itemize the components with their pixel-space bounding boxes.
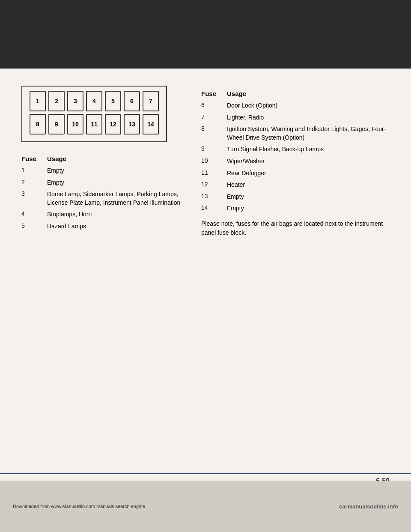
left-table-header: Fuse Usage [21, 155, 184, 162]
fuse-usage-14: Empty [227, 204, 244, 213]
left-header-fuse: Fuse [21, 155, 39, 162]
fuse-usage-5: Hazard Lamps [47, 222, 86, 231]
fuse-usage-13: Empty [227, 193, 244, 201]
right-column: Fuse Usage 6 Door Lock (Option) 7 Lighte… [201, 86, 390, 237]
note-text: Please note, fuses for the air bags are … [201, 219, 390, 237]
fuse-slot-2: 2 [48, 91, 65, 111]
page-content: 1 2 3 4 5 6 7 8 9 10 11 12 13 14 [0, 69, 411, 481]
fuse-num-6: 6 [201, 102, 218, 108]
fuse-row-2: 2 Empty [21, 179, 184, 187]
divider-line [0, 473, 411, 474]
right-fuse-table: Fuse Usage 6 Door Lock (Option) 7 Lighte… [201, 90, 390, 213]
fuse-num-10: 10 [201, 157, 218, 164]
fuse-row-5: 5 Hazard Lamps [21, 222, 184, 231]
fuse-row-7: 7 Lighter, Radio [201, 114, 390, 122]
left-header-usage: Usage [47, 155, 66, 162]
footer-bar: Downloaded from www.Manualslib.com manua… [0, 481, 411, 532]
fuse-row-8: 8 Ignition System, Warning and Indicator… [201, 125, 390, 142]
fuse-slot-14: 14 [143, 114, 159, 134]
fuse-usage-2: Empty [47, 179, 64, 187]
fuse-row-6: 6 Door Lock (Option) [201, 102, 390, 110]
fuse-usage-4: Stoplamps, Horn [47, 210, 92, 219]
fuse-slot-3: 3 [67, 91, 83, 111]
fuse-row-14: 14 Empty [201, 204, 390, 213]
fuse-num-9: 9 [201, 145, 218, 152]
fuse-row-top: 1 2 3 4 5 6 7 [27, 91, 162, 111]
fuse-num-11: 11 [201, 169, 218, 176]
fuse-slot-10: 10 [67, 114, 83, 134]
fuse-usage-7: Lighter, Radio [227, 114, 264, 122]
fuse-row-1: 1 Empty [21, 167, 184, 175]
fuse-usage-12: Heater [227, 181, 245, 189]
fuse-num-1: 1 [21, 167, 39, 173]
fuse-row-10: 10 Wiper/Washer [201, 157, 390, 166]
fuse-num-7: 7 [201, 114, 218, 120]
fuse-num-14: 14 [201, 204, 218, 211]
fuse-usage-6: Door Lock (Option) [227, 102, 277, 110]
fuse-usage-3: Dome Lamp, Sidemarker Lamps, Parking Lam… [47, 190, 184, 207]
left-fuse-table: Fuse Usage 1 Empty 2 Empty 3 Dome Lamp, … [21, 155, 184, 231]
header-band [0, 0, 411, 69]
fuse-num-5: 5 [21, 222, 39, 229]
fuse-slot-12: 12 [105, 114, 121, 134]
fuse-box-diagram: 1 2 3 4 5 6 7 8 9 10 11 12 13 14 [21, 86, 167, 142]
footer-logo: carmanualsонline.info [339, 503, 398, 510]
fuse-slot-8: 8 [30, 114, 46, 134]
right-header-usage: Usage [227, 90, 246, 97]
fuse-usage-10: Wiper/Washer [227, 157, 265, 166]
fuse-slot-9: 9 [48, 114, 65, 134]
fuse-usage-8: Ignition System, Warning and Indicator L… [227, 125, 390, 142]
main-area: 1 2 3 4 5 6 7 8 9 10 11 12 13 14 [21, 81, 390, 237]
fuse-num-4: 4 [21, 210, 39, 217]
left-column: 1 2 3 4 5 6 7 8 9 10 11 12 13 14 [21, 86, 184, 237]
right-header-fuse: Fuse [201, 90, 218, 97]
fuse-row-11: 11 Rear Defogger [201, 169, 390, 178]
fuse-slot-7: 7 [143, 91, 159, 111]
fuse-slot-4: 4 [86, 91, 102, 111]
fuse-slot-6: 6 [124, 91, 140, 111]
footer-download-text: Downloaded from www.Manualslib.com manua… [13, 504, 145, 509]
fuse-slot-13: 13 [124, 114, 140, 134]
fuse-row-4: 4 Stoplamps, Horn [21, 210, 184, 219]
fuse-num-13: 13 [201, 193, 218, 200]
fuse-num-2: 2 [21, 179, 39, 185]
fuse-num-12: 12 [201, 181, 218, 188]
fuse-slot-11: 11 [86, 114, 102, 134]
fuse-row-9: 9 Turn Signal Flasher, Back-up Lamps [201, 145, 390, 154]
right-table-header: Fuse Usage [201, 90, 390, 97]
fuse-slot-5: 5 [105, 91, 121, 111]
fuse-row-3: 3 Dome Lamp, Sidemarker Lamps, Parking L… [21, 190, 184, 207]
fuse-num-3: 3 [21, 190, 39, 197]
fuse-row-bottom: 8 9 10 11 12 13 14 [27, 114, 162, 134]
fuse-num-8: 8 [201, 125, 218, 132]
fuse-slot-1: 1 [30, 91, 46, 111]
fuse-usage-9: Turn Signal Flasher, Back-up Lamps [227, 145, 324, 154]
fuse-usage-1: Empty [47, 167, 64, 175]
fuse-usage-11: Rear Defogger [227, 169, 266, 178]
fuse-row-12: 12 Heater [201, 181, 390, 189]
fuse-row-13: 13 Empty [201, 193, 390, 201]
